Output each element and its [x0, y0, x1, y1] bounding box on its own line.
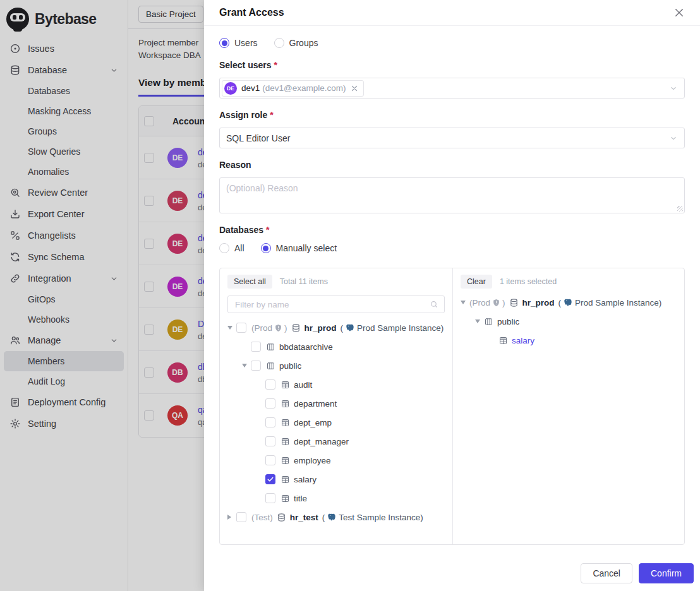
tree-row-hr_prod[interactable]: (Prod)hr_prod(Prod Sample Instance) [461, 293, 684, 312]
node-name: dept_manager [294, 437, 349, 446]
environment-label: (Prod) [251, 323, 287, 333]
user-name: dev1 [241, 83, 260, 93]
node-checkbox[interactable] [265, 417, 275, 427]
filter-input[interactable] [234, 299, 426, 310]
filter-searchbar [227, 296, 445, 313]
resize-grip[interactable] [677, 206, 683, 212]
node-checkbox[interactable] [265, 493, 275, 503]
expand-caret-icon[interactable] [227, 326, 236, 330]
tree-row-hr_test[interactable]: (Test)hr_test(Test Sample Instance) [227, 508, 452, 527]
shield-icon [274, 324, 282, 332]
tree-row-employee[interactable]: employee [227, 451, 452, 470]
tree-row-salary[interactable]: salary [227, 470, 452, 489]
instance-label: (Prod Sample Instance) [341, 323, 444, 333]
radio-icon[interactable] [219, 38, 229, 48]
expand-caret-icon[interactable] [227, 515, 236, 520]
reason-textarea-wrap [219, 177, 685, 213]
node-name: title [294, 494, 307, 503]
table-icon [281, 437, 290, 446]
reason-textarea[interactable] [226, 183, 678, 208]
radio-icon[interactable] [274, 38, 284, 48]
tree-row-dept_emp[interactable]: dept_emp [227, 413, 452, 432]
shield-icon [492, 299, 500, 307]
tree-row-hr_prod[interactable]: (Prod)hr_prod(Prod Sample Instance) [227, 318, 452, 337]
remove-user-icon[interactable] [351, 85, 358, 92]
table-icon [281, 380, 290, 390]
selected-user-tag: DE dev1 (dev1@example.com) [222, 80, 364, 97]
node-checkbox[interactable] [251, 361, 261, 371]
node-checkbox[interactable] [236, 323, 246, 333]
radio-icon[interactable] [261, 243, 271, 253]
radio-label: Users [234, 38, 258, 48]
tree-row-salary[interactable]: salary [461, 331, 684, 350]
tree-row-department[interactable]: department [227, 394, 452, 413]
select-all-button[interactable]: Select all [227, 275, 272, 289]
schema-icon [484, 317, 493, 326]
tree-row-audit[interactable]: audit [227, 375, 452, 394]
radio-label: Groups [289, 38, 318, 48]
databases-scope-option-manually-select[interactable]: Manually select [261, 243, 337, 253]
search-icon [430, 300, 438, 309]
selection-tree: (Prod)hr_prod(Prod Sample Instance)publi… [461, 293, 684, 350]
node-checkbox[interactable] [265, 455, 275, 465]
chevron-down-icon [669, 134, 678, 143]
database-icon [509, 298, 519, 307]
node-name: hr_test [290, 513, 318, 522]
tree-row-bbdataarchive[interactable]: bbdataarchive [227, 337, 452, 356]
environment-label: (Test) [251, 513, 273, 522]
node-checkbox[interactable] [265, 474, 275, 484]
clear-button[interactable]: Clear [461, 275, 492, 289]
node-checkbox[interactable] [265, 436, 275, 446]
node-name: salary [294, 475, 317, 484]
avatar: DE [224, 82, 237, 95]
source-pane-header: Select all Total 11 items [227, 274, 452, 289]
expand-caret-icon[interactable] [475, 319, 484, 323]
tree-row-title[interactable]: title [227, 489, 452, 508]
modal-footer: Cancel Confirm [204, 556, 700, 591]
expand-caret-icon[interactable] [242, 364, 251, 367]
node-checkbox[interactable] [251, 342, 261, 352]
table-icon [281, 494, 290, 503]
schema-icon [266, 342, 275, 352]
required-asterisk: * [274, 60, 277, 70]
tree-row-public[interactable]: public [461, 312, 684, 331]
node-name: bbdataarchive [279, 342, 333, 352]
modal-body: UsersGroups Select users* DE dev1 (dev1@… [204, 26, 700, 556]
member-type-option-groups[interactable]: Groups [274, 38, 318, 48]
tree-row-public[interactable]: public [227, 356, 452, 375]
radio-label: Manually select [276, 243, 337, 253]
cancel-button[interactable]: Cancel [581, 563, 632, 583]
postgres-icon [327, 513, 336, 522]
node-name: public [279, 361, 301, 371]
instance-label: (Prod Sample Instance) [558, 298, 662, 307]
assign-role-label: Assign role* [219, 110, 685, 120]
selected-items-label: 1 items selected [500, 277, 557, 286]
database-icon [277, 513, 286, 522]
table-icon [498, 336, 508, 345]
member-type-option-users[interactable]: Users [219, 38, 258, 48]
database-tree: (Prod)hr_prod(Prod Sample Instance)bbdat… [227, 318, 452, 527]
databases-scope-option-all[interactable]: All [219, 243, 244, 253]
select-users-input[interactable]: DE dev1 (dev1@example.com) [219, 78, 685, 98]
node-name: dept_emp [294, 418, 332, 427]
instance-label: (Test Sample Instance) [322, 513, 423, 522]
node-checkbox[interactable] [265, 398, 275, 409]
node-checkbox[interactable] [265, 379, 275, 390]
selected-pane-header: Clear 1 items selected [461, 274, 684, 289]
node-checkbox[interactable] [236, 512, 246, 522]
database-icon [291, 323, 301, 333]
confirm-button[interactable]: Confirm [639, 563, 694, 583]
tree-row-dept_manager[interactable]: dept_manager [227, 432, 452, 451]
close-icon[interactable] [673, 7, 685, 18]
member-type-radio-group: UsersGroups [219, 37, 685, 49]
required-asterisk: * [270, 110, 273, 120]
assign-role-select[interactable]: SQL Editor User [219, 128, 685, 148]
radio-icon[interactable] [219, 243, 229, 253]
total-items-label: Total 11 items [280, 277, 328, 286]
picker-source-pane: Select all Total 11 items (Prod)hr_prod(… [220, 268, 453, 544]
table-icon [281, 475, 290, 484]
databases-label: Databases* [219, 225, 685, 235]
expand-caret-icon[interactable] [461, 301, 469, 304]
table-icon [281, 399, 290, 409]
node-name: employee [294, 456, 331, 465]
